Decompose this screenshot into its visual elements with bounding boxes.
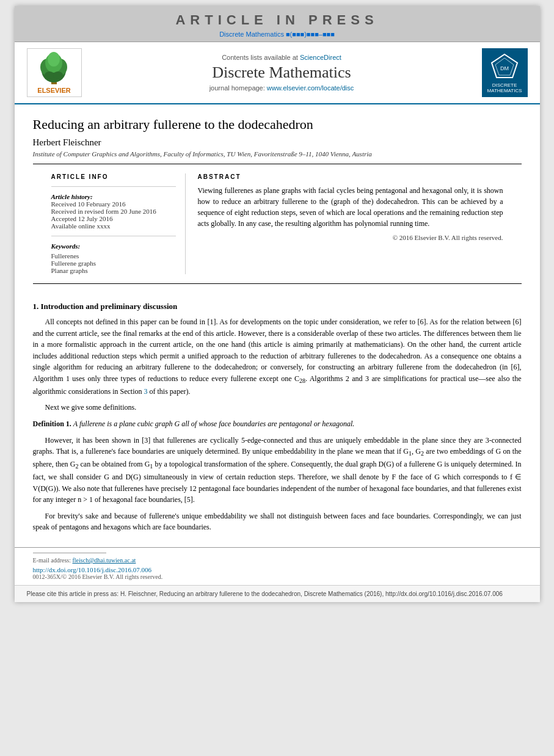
- keywords-divider: [51, 236, 176, 236]
- keyword-3: Planar graphs: [51, 267, 176, 274]
- section1-heading: 1. Introduction and preliminary discussi…: [33, 302, 522, 311]
- citation-bar: Please cite this article in press as: H.…: [15, 585, 540, 602]
- citation-text: Please cite this article in press as: H.…: [27, 591, 528, 597]
- article-title: Reducing an arbitrary fullerene to the d…: [33, 117, 522, 133]
- info-abstract-section: ARTICLE INFO Article history: Received 1…: [33, 164, 522, 284]
- article-info-label: ARTICLE INFO: [51, 173, 176, 180]
- svg-text:DM: DM: [500, 65, 509, 71]
- footnote-rule: [33, 553, 106, 553]
- keyword-1: Fullerenes: [51, 252, 176, 260]
- dm-logo: DM DISCRETEMATHEMATICS: [482, 48, 528, 97]
- keywords-label: Keywords:: [51, 242, 176, 250]
- article-history-group: Article history: Received 10 February 20…: [51, 193, 176, 230]
- keyword-2: Fullerene graphs: [51, 260, 176, 267]
- intro-para3: However, it has been shown in [3] that f…: [33, 435, 522, 506]
- intro-para2: Next we give some definitions.: [33, 402, 522, 413]
- sciencedirect-link[interactable]: ScienceDirect: [300, 54, 341, 61]
- journal-center: Contents lists available at ScienceDirec…: [88, 54, 476, 92]
- svg-point-7: [53, 71, 63, 79]
- aip-pages: ■(■■■)■■■–■■■: [286, 31, 335, 38]
- footnote-area: E-mail address: fleisch@dhai.tuwien.ac.a…: [15, 547, 540, 585]
- abstract-column: ABSTRACT Viewing fullerenes as plane gra…: [198, 173, 503, 274]
- journal-header: ELSEVIER Contents lists available at Sci…: [15, 42, 540, 104]
- aip-journal-name: Discrete Mathematics: [219, 31, 284, 38]
- article-title-area: Reducing an arbitrary fullerene to the d…: [15, 104, 540, 164]
- history-label: Article history:: [51, 193, 176, 200]
- article-affiliation: Institute of Computer Graphics and Algor…: [33, 150, 522, 158]
- aip-subtitle: Discrete Mathematics ■(■■■)■■■–■■■: [15, 31, 540, 38]
- doi-line[interactable]: http://dx.doi.org/10.1016/j.disc.2016.07…: [33, 566, 522, 573]
- received2: Received in revised form 20 June 2016: [51, 208, 176, 215]
- journal-name: Discrete Mathematics: [88, 64, 476, 82]
- abstract-label: ABSTRACT: [198, 173, 503, 180]
- info-divider: [51, 186, 176, 187]
- email-footnote: E-mail address: fleisch@dhai.tuwien.ac.a…: [33, 557, 522, 564]
- intro-para4: For brevity's sake and because of fuller…: [33, 511, 522, 533]
- article-author: Herbert Fleischner: [33, 137, 522, 148]
- main-content: 1. Introduction and preliminary discussi…: [15, 284, 540, 547]
- available-online: Available online xxxx: [51, 222, 176, 230]
- svg-point-6: [45, 71, 54, 79]
- svg-point-5: [48, 52, 60, 67]
- homepage-link[interactable]: www.elsevier.com/locate/disc: [267, 84, 354, 92]
- journal-homepage: journal homepage: www.elsevier.com/locat…: [88, 84, 476, 92]
- elsevier-brand-label: ELSEVIER: [37, 87, 70, 94]
- aip-title: ARTICLE IN PRESS: [15, 12, 540, 28]
- definition1-text: A fullerene is a plane cubic graph G all…: [73, 420, 355, 428]
- definition1-label: Definition 1.: [33, 420, 71, 428]
- received1: Received 10 February 2016: [51, 200, 176, 208]
- aip-banner: ARTICLE IN PRESS Discrete Mathematics ■(…: [15, 6, 540, 42]
- page-container: ARTICLE IN PRESS Discrete Mathematics ■(…: [15, 6, 540, 602]
- dm-pentagon-icon: DM: [489, 52, 520, 82]
- issn-line: 0012-365X/© 2016 Elsevier B.V. All right…: [33, 573, 522, 580]
- copyright: © 2016 Elsevier B.V. All rights reserved…: [198, 234, 503, 241]
- dm-logo-text: DISCRETEMATHEMATICS: [487, 82, 522, 93]
- accepted: Accepted 12 July 2016: [51, 215, 176, 222]
- contents-available: Contents lists available at ScienceDirec…: [88, 54, 476, 61]
- elsevier-logo: ELSEVIER: [27, 48, 82, 97]
- intro-para1: All concepts not defined in this paper c…: [33, 316, 522, 397]
- abstract-text: Viewing fullerenes as plane graphs with …: [198, 185, 503, 229]
- doi-link[interactable]: http://dx.doi.org/10.1016/j.disc.2016.07…: [33, 566, 151, 573]
- article-info-column: ARTICLE INFO Article history: Received 1…: [51, 173, 186, 274]
- email-link[interactable]: fleisch@dhai.tuwien.ac.at: [72, 557, 136, 564]
- elsevier-tree-icon: [34, 52, 74, 85]
- email-label: E-mail address:: [33, 557, 71, 564]
- definition1: Definition 1. A fullerene is a plane cub…: [33, 418, 522, 430]
